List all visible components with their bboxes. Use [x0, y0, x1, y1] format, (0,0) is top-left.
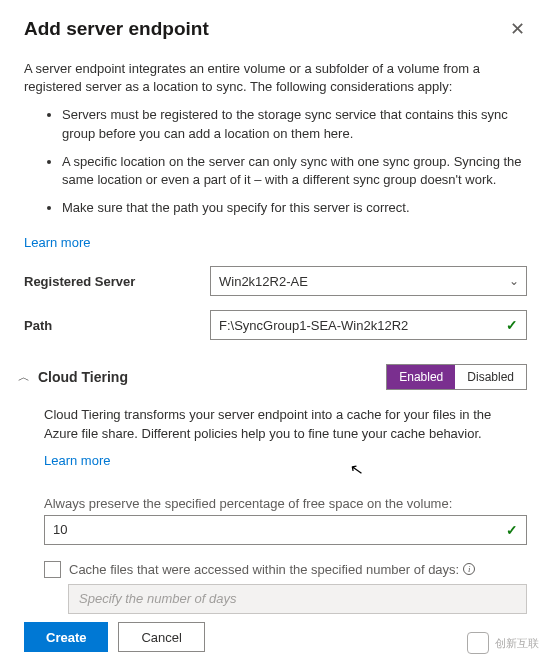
- tiering-description: Cloud Tiering transforms your server end…: [44, 406, 527, 442]
- watermark: 创新互联: [467, 632, 539, 654]
- registered-server-label: Registered Server: [24, 274, 210, 289]
- cache-days-checkbox[interactable]: [44, 561, 61, 578]
- tiering-learn-more-link[interactable]: Learn more: [44, 453, 110, 468]
- collapse-icon[interactable]: ︿: [18, 369, 30, 386]
- registered-server-value: Win2k12R2-AE: [219, 274, 308, 289]
- info-icon[interactable]: i: [463, 563, 475, 575]
- free-space-value: 10: [53, 522, 67, 537]
- registered-server-select[interactable]: Win2k12R2-AE ⌄: [210, 266, 527, 296]
- bullet-item: A specific location on the server can on…: [62, 153, 527, 189]
- cache-days-label: Cache files that were accessed within th…: [69, 562, 475, 577]
- watermark-logo-icon: [467, 632, 489, 654]
- intro-text: A server endpoint integrates an entire v…: [24, 60, 527, 96]
- cloud-tiering-title: Cloud Tiering: [38, 369, 128, 385]
- path-input[interactable]: F:\SyncGroup1-SEA-Win2k12R2 ✓: [210, 310, 527, 340]
- checkmark-icon: ✓: [506, 317, 518, 333]
- path-label: Path: [24, 318, 210, 333]
- cloud-tiering-toggle: Enabled Disabled: [386, 364, 527, 390]
- checkmark-icon: ✓: [506, 522, 518, 538]
- cache-days-input: Specify the number of days: [68, 584, 527, 614]
- tiering-disabled-button[interactable]: Disabled: [455, 365, 526, 389]
- close-button[interactable]: ✕: [508, 18, 527, 40]
- chevron-down-icon: ⌄: [509, 274, 519, 288]
- bullet-item: Servers must be registered to the storag…: [62, 106, 527, 142]
- intro-bullets: Servers must be registered to the storag…: [24, 106, 527, 227]
- create-button[interactable]: Create: [24, 622, 108, 652]
- tiering-enabled-button[interactable]: Enabled: [387, 365, 455, 389]
- cancel-button[interactable]: Cancel: [118, 622, 204, 652]
- free-space-input[interactable]: 10 ✓: [44, 515, 527, 545]
- watermark-text: 创新互联: [495, 636, 539, 651]
- free-space-label: Always preserve the specified percentage…: [44, 496, 527, 511]
- panel-title: Add server endpoint: [24, 18, 209, 40]
- path-value: F:\SyncGroup1-SEA-Win2k12R2: [219, 318, 408, 333]
- close-icon: ✕: [510, 19, 525, 39]
- bullet-item: Make sure that the path you specify for …: [62, 199, 527, 217]
- learn-more-link[interactable]: Learn more: [24, 235, 527, 250]
